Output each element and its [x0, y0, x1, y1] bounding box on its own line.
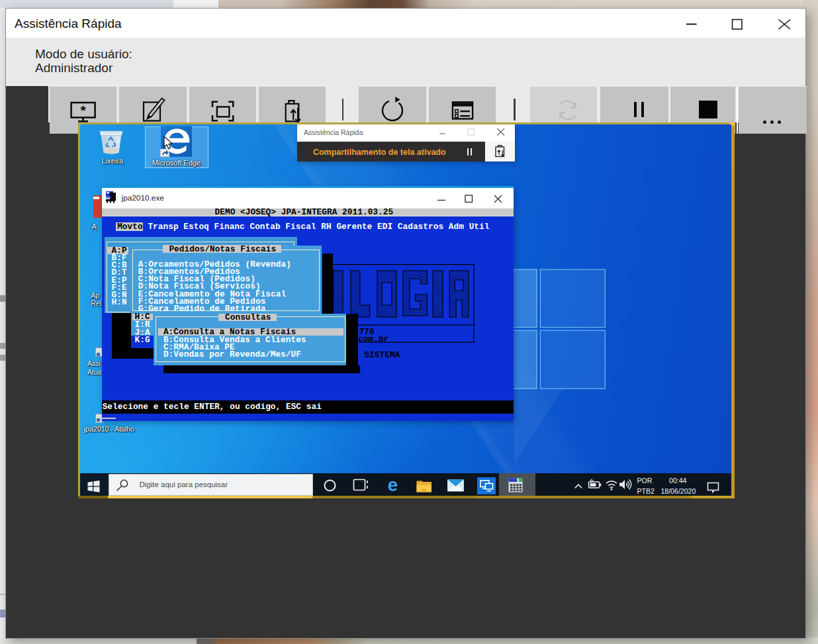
svg-text:*: *: [80, 102, 86, 117]
